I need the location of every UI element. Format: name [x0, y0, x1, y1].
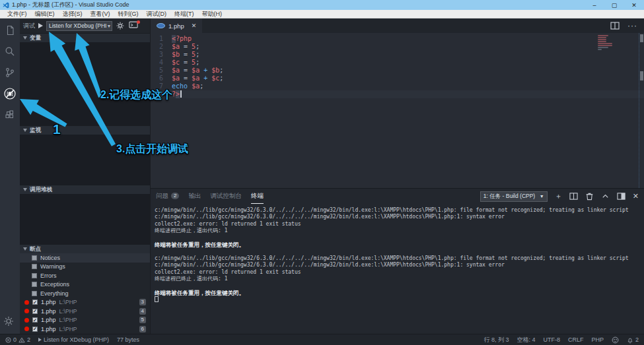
encoding-status[interactable]: UTF-8 [543, 336, 560, 343]
checkbox-icon[interactable] [32, 291, 37, 296]
breakpoint-line-badge: 5 [139, 317, 146, 323]
menu-item[interactable]: 转到(G) [114, 10, 143, 18]
split-editor-icon[interactable] [610, 22, 620, 30]
section-variables[interactable]: 变量 [20, 33, 150, 42]
maximize-panel-icon[interactable] [601, 192, 610, 201]
breakpoint-file: 1.php [41, 299, 56, 305]
new-terminal-icon[interactable]: ＋ [555, 192, 562, 201]
code-line[interactable]: 4$c = 5; [151, 59, 644, 67]
menu-item[interactable]: 帮助(H) [198, 10, 227, 18]
explorer-icon[interactable] [3, 23, 17, 38]
kill-terminal-trash-icon[interactable] [585, 192, 594, 201]
title-bar: 1.php - 无标题 (工作区) - Visual Studio Code –… [0, 0, 644, 10]
menu-item[interactable]: 文件(F) [3, 10, 31, 18]
window-controls: – ▢ ✕ [585, 2, 644, 9]
checkbox-icon[interactable]: ✓ [32, 317, 38, 323]
code-editor[interactable]: 1<?php2$a = 5;3$b = 5;4$c = 5;5$a = $a +… [151, 33, 644, 188]
indentation-status[interactable]: 空格: 4 [517, 336, 535, 344]
feedback-smiley-icon[interactable] [612, 336, 619, 344]
start-debugging-button[interactable] [38, 23, 43, 28]
notifications-bell[interactable]: 2 [627, 336, 639, 344]
menu-item[interactable]: 选择(S) [59, 10, 87, 18]
section-breakpoints[interactable]: 断点 [20, 244, 150, 253]
breakpoint-row[interactable]: ✓1.phpL:\PHP6 [20, 325, 150, 334]
breakpoint-dot-icon [24, 309, 29, 313]
code-line[interactable]: 3$b = 5; [151, 51, 644, 59]
panel-tab-item[interactable]: 调试控制台 [210, 189, 242, 204]
eol-status[interactable]: CRLF [568, 336, 584, 343]
section-watch[interactable]: 监视 [20, 125, 150, 135]
breakpoint-dot-icon [24, 318, 29, 323]
panel-actions: 1: 任务 - Build (CPP) ▼ ＋ [480, 191, 639, 202]
code-line[interactable]: 6$a = $a + $c; [151, 75, 644, 82]
panel-tab-item[interactable]: 问题2 [156, 189, 179, 204]
checkbox-icon[interactable] [32, 255, 37, 261]
problems-status[interactable]: 0 2 [5, 336, 30, 343]
checkbox-icon[interactable] [32, 282, 37, 287]
collapse-arrow-icon [23, 247, 27, 251]
panel-tab-item[interactable]: 输出 [188, 189, 201, 204]
code-line[interactable]: 7echo $a; [151, 82, 644, 90]
checkbox-icon[interactable]: ✓ [32, 299, 38, 305]
breakpoint-filter-row[interactable]: Warnings [20, 263, 150, 272]
debug-console-icon[interactable] [129, 21, 139, 31]
more-actions-icon[interactable]: ··· [627, 21, 637, 30]
panel-tab-label: 输出 [188, 192, 201, 201]
breakpoint-row[interactable]: ✓1.phpL:\PHP5 [20, 316, 150, 325]
code-line[interactable]: 2$a = 5; [151, 43, 644, 51]
terminal-line: c:/mingw/bin/../lib/gcc/mingw32/6.3.0/..… [155, 214, 644, 220]
extensions-icon[interactable] [3, 108, 17, 122]
settings-gear-icon[interactable] [3, 315, 17, 330]
split-terminal-icon[interactable] [569, 192, 578, 201]
checkbox-icon[interactable]: ✓ [32, 309, 38, 314]
overview-ruler[interactable] [639, 33, 644, 188]
code-token: + [199, 75, 211, 82]
section-call-stack[interactable]: 调用堆栈 [20, 185, 150, 194]
configure-gear-icon[interactable] [116, 21, 125, 31]
file-size-status: 77 bytes [117, 336, 139, 343]
cursor-position-status[interactable]: 行 8, 列 3 [483, 336, 509, 344]
debug-icon[interactable] [3, 86, 17, 101]
breakpoint-row[interactable]: ✓1.phpL:\PHP4 [20, 307, 150, 316]
code-line[interactable]: 5$a = $a + $b; [151, 67, 644, 75]
source-control-icon[interactable] [3, 65, 17, 80]
breakpoints-list: NoticesWarningsErrorsExceptionsEverythin… [20, 253, 150, 334]
debug-toolbar: 调试 Listen for XDebug (PHI ▼ [20, 18, 150, 33]
menu-item[interactable]: 查看(V) [87, 10, 114, 18]
maximize-button[interactable]: ▢ [604, 2, 624, 9]
code-token: $a [172, 43, 180, 51]
menu-item[interactable]: 终端(T) [170, 10, 198, 18]
language-mode-status[interactable]: PHP [591, 336, 604, 343]
toggle-panel-icon[interactable] [617, 192, 626, 201]
minimap [598, 35, 636, 51]
code-token: $a [172, 75, 180, 82]
breakpoint-file: 1.php [41, 326, 56, 332]
menu-item[interactable]: 调试(D) [143, 10, 171, 18]
code-token: ; [196, 51, 199, 59]
breakpoint-filter-row[interactable]: Everything [20, 289, 150, 298]
tab-1php[interactable]: 1.php ✕ [151, 18, 202, 33]
panel-tab-terminal[interactable]: 终端 [251, 189, 264, 204]
menu-item[interactable]: 编辑(E) [31, 10, 59, 18]
breakpoint-filter-row[interactable]: Notices [20, 253, 150, 263]
breakpoint-filter-row[interactable]: Exceptions [20, 280, 150, 290]
debug-status[interactable]: Listen for XDebug (PHP) [38, 336, 109, 343]
code-token: $b [211, 67, 219, 75]
terminal-select-dropdown[interactable]: 1: 任务 - Build (CPP) ▼ [480, 191, 548, 202]
breakpoint-row[interactable]: ✓1.phpL:\PHP3 [20, 298, 150, 307]
code-line[interactable]: 1<?php [151, 35, 644, 43]
checkbox-icon[interactable] [32, 264, 37, 269]
checkbox-icon[interactable]: ✓ [32, 327, 38, 332]
debug-config-dropdown[interactable]: Listen for XDebug (PHI ▼ [46, 21, 112, 31]
search-icon[interactable] [3, 44, 17, 59]
tab-close-icon[interactable]: ✕ [192, 22, 197, 29]
close-panel-icon[interactable]: ✕ [633, 192, 639, 201]
breakpoint-filter-row[interactable]: Errors [20, 271, 150, 280]
collapse-arrow-icon [23, 129, 27, 132]
checkbox-icon[interactable] [32, 273, 37, 278]
close-button[interactable]: ✕ [624, 2, 644, 9]
minimize-button[interactable]: – [585, 2, 604, 9]
breakpoint-filter-label: Exceptions [40, 281, 69, 288]
code-line[interactable]: 8?> [151, 90, 644, 98]
terminal-output[interactable]: c:/mingw/bin/../lib/gcc/mingw32/6.3.0/..… [151, 204, 644, 334]
